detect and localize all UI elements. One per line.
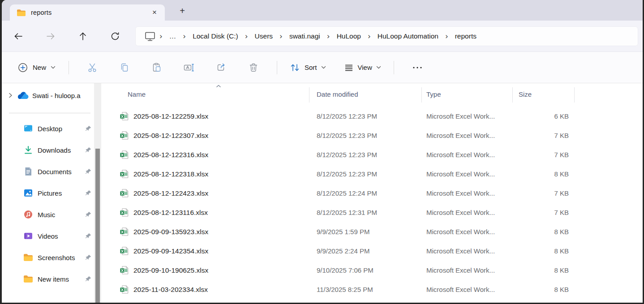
downloads-icon (23, 145, 33, 155)
new-tab-button[interactable]: + (176, 5, 188, 17)
address-bar[interactable]: › … › Local Disk (C:) › Users › swati.na… (135, 26, 638, 46)
sidebar-item-label: Videos (38, 232, 80, 240)
file-size: 8 KB (512, 170, 574, 178)
up-button[interactable] (73, 27, 93, 45)
file-type: Microsoft Excel Work... (421, 209, 512, 216)
sidebar-item-onedrive[interactable]: Swati - huloop.a (2, 85, 94, 106)
sidebar-item-music[interactable]: Music (2, 204, 94, 225)
cut-button[interactable] (79, 58, 105, 77)
this-pc-icon[interactable] (142, 31, 159, 42)
file-name: 2025-09-09-142354.xlsx (133, 247, 208, 255)
toolbar-divider (277, 61, 277, 74)
breadcrumb-chevron-icon[interactable]: › (326, 29, 331, 44)
breadcrumb-item[interactable]: Local Disk (C:) (187, 29, 244, 44)
paste-icon (151, 62, 162, 73)
breadcrumb-item[interactable]: HuLoop (331, 29, 367, 44)
breadcrumb-item[interactable]: Users (249, 29, 279, 44)
copy-button[interactable] (112, 58, 137, 77)
column-divider[interactable] (309, 87, 309, 103)
excel-file-icon (120, 247, 129, 255)
column-divider[interactable] (421, 87, 422, 103)
file-name: 2025-08-12-122318.xlsx (133, 170, 208, 178)
breadcrumb-chevron-icon[interactable]: › (367, 29, 372, 44)
excel-file-icon (120, 170, 129, 178)
file-name-cell: 2025-09-10-190625.xlsx (101, 266, 309, 274)
breadcrumb-overflow[interactable]: … (163, 29, 182, 44)
file-row[interactable]: 2025-08-12-122423.xlsx 8/12/2025 12:24 P… (101, 184, 643, 203)
sidebar-item-desktop[interactable]: Desktop (2, 118, 94, 139)
file-date-modified: 8/12/2025 12:23 PM (309, 112, 421, 120)
tab-close-icon[interactable]: × (149, 7, 160, 18)
column-header-date-modified[interactable]: Date modified (317, 90, 358, 98)
file-name: 2025-08-12-123116.xlsx (133, 209, 208, 217)
navigation-bar: › … › Local Disk (C:) › Users › swati.na… (2, 21, 643, 52)
excel-file-icon (120, 189, 129, 197)
breadcrumb-item[interactable]: HuLoop Automation (372, 29, 444, 44)
forward-button[interactable] (40, 27, 61, 45)
breadcrumb-chevron-icon[interactable]: › (444, 29, 449, 44)
sidebar-item-downloads[interactable]: Downloads (2, 139, 94, 161)
chevron-down-icon (51, 66, 56, 69)
file-row[interactable]: 2025-09-10-190625.xlsx 9/10/2025 7:06 PM… (101, 261, 643, 280)
sidebar-item-videos[interactable]: Videos (2, 225, 94, 247)
folder-icon (23, 275, 33, 283)
sort-button-label: Sort (305, 64, 317, 71)
column-header-size[interactable]: Size (519, 90, 532, 98)
sidebar-item-label: Screenshots (38, 254, 80, 261)
sort-button[interactable]: Sort (284, 58, 331, 77)
share-button[interactable] (208, 58, 234, 77)
excel-file-icon (120, 266, 129, 274)
breadcrumb-chevron-icon[interactable]: › (159, 29, 163, 44)
back-button[interactable] (8, 27, 29, 45)
chevron-down-icon (376, 66, 381, 69)
file-name-cell: 2025-08-12-122259.xlsx (101, 112, 309, 120)
breadcrumb-item[interactable]: swati.nagi (283, 29, 326, 44)
documents-icon (23, 167, 33, 176)
column-header-name[interactable]: Name (128, 90, 146, 98)
scrollbar-thumb[interactable] (95, 149, 100, 303)
file-name-cell: 2025-08-12-122316.xlsx (101, 150, 309, 159)
sidebar-divider (9, 113, 90, 113)
rename-icon (183, 62, 195, 73)
refresh-button[interactable] (105, 27, 125, 45)
file-row[interactable]: 2025-08-12-122307.xlsx 8/12/2025 12:23 P… (101, 126, 643, 145)
pictures-icon (23, 188, 33, 198)
videos-icon (23, 231, 33, 241)
file-type: Microsoft Excel Work... (421, 170, 512, 178)
file-date-modified: 8/12/2025 12:23 PM (309, 170, 421, 178)
sidebar-item-label: Desktop (38, 125, 80, 133)
sidebar-item-new-items[interactable]: New items (2, 268, 94, 290)
sidebar-scrollbar[interactable] (94, 83, 101, 303)
breadcrumb-chevron-icon[interactable]: › (182, 29, 187, 44)
column-divider[interactable] (574, 87, 575, 103)
breadcrumb-chevron-icon[interactable]: › (279, 29, 283, 44)
tab-reports[interactable]: reports × (10, 4, 165, 21)
copy-icon (119, 62, 130, 73)
file-row[interactable]: 2025-08-12-122259.xlsx 8/12/2025 12:23 P… (101, 107, 643, 126)
sidebar-item-screenshots[interactable]: Screenshots (2, 247, 94, 268)
breadcrumb-chevron-icon[interactable]: › (244, 29, 249, 44)
file-row[interactable]: 2025-09-09-142354.xlsx 9/9/2025 2:24 PM … (101, 241, 643, 261)
delete-button[interactable] (240, 58, 266, 77)
file-rows: 2025-08-12-122259.xlsx 8/12/2025 12:23 P… (101, 107, 643, 299)
file-name: 2025-09-10-190625.xlsx (133, 266, 208, 274)
file-row[interactable]: 2025-09-09-135923.xlsx 9/9/2025 1:59 PM … (101, 222, 643, 241)
file-row[interactable]: 2025-08-12-122318.xlsx 8/12/2025 12:23 P… (101, 164, 643, 184)
file-row[interactable]: 2025-08-12-122316.xlsx 8/12/2025 12:23 P… (101, 145, 643, 164)
onedrive-label: Swati - huloop.a (32, 92, 81, 99)
see-more-button[interactable] (404, 58, 430, 77)
new-button[interactable]: New (12, 58, 61, 77)
breadcrumb-item[interactable]: reports (449, 29, 482, 44)
column-header-type[interactable]: Type (426, 90, 441, 98)
sidebar-item-label: New items (38, 275, 80, 283)
sidebar-item-pictures[interactable]: Pictures (2, 182, 94, 204)
column-divider[interactable] (512, 87, 513, 103)
view-button[interactable]: View (339, 58, 386, 77)
paste-button[interactable] (144, 58, 170, 77)
view-button-label: View (358, 64, 372, 71)
sidebar-item-documents[interactable]: Documents (2, 161, 94, 182)
file-row[interactable]: 2025-08-12-123116.xlsx 8/12/2025 12:31 P… (101, 203, 643, 222)
file-size: 7 KB (512, 189, 574, 197)
rename-button[interactable] (176, 58, 202, 77)
file-row[interactable]: 2025-11-03-202334.xlsx 11/3/2025 8:25 PM… (101, 280, 643, 299)
